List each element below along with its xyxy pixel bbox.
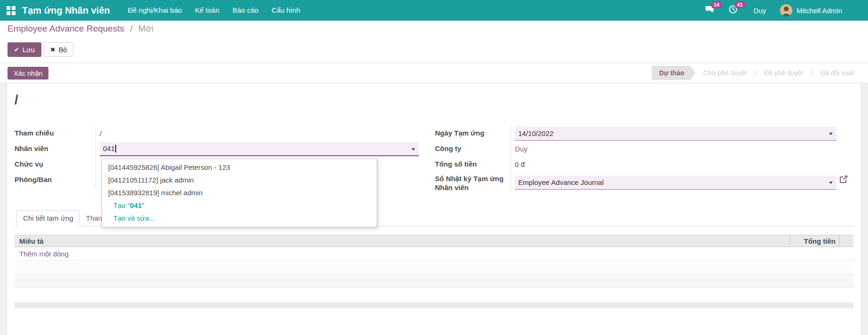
discard-button-label: Bỏ	[59, 46, 67, 54]
dropdown-create-option[interactable]: Tạo "041"	[102, 199, 377, 212]
dropdown-caret-icon[interactable]	[829, 133, 833, 135]
table-row	[15, 288, 853, 302]
dropdown-option[interactable]: [041445925826] Abigail Peterson - 123	[102, 161, 377, 174]
messages-button[interactable]: 14	[705, 5, 714, 16]
column-header-tong-tien[interactable]: Tổng tiền	[789, 235, 839, 247]
advance-lines-table: Miêu tả Tổng tiền Thêm một dòng	[15, 235, 853, 308]
field-group-right: Ngày Tạm ứng 14/10/2022 Công ty Duy Tổng…	[435, 126, 836, 193]
apps-menu-icon[interactable]	[7, 6, 16, 15]
field-row-cong-ty: Công ty Duy	[435, 141, 836, 157]
add-line-link[interactable]: Thêm một dòng	[15, 247, 853, 261]
field-value-nhan-vien: 041	[95, 141, 419, 157]
field-value-cong-ty: Duy	[511, 141, 836, 157]
journal-input[interactable]: Employee Advance Journal	[515, 175, 836, 190]
field-row-ngay-tam-ung: Ngày Tạm ứng 14/10/2022	[435, 126, 836, 141]
advance-date-input[interactable]: 14/10/2022	[515, 127, 836, 141]
menu-bao-cao[interactable]: Báo cáo	[226, 0, 265, 21]
form-sheet: / Tham chiếu / Nhân viên 041 Chức vụ	[7, 83, 861, 335]
field-row-tham-chieu: Tham chiếu /	[15, 126, 419, 141]
app-title[interactable]: Tạm ứng Nhân viên	[22, 5, 110, 16]
messages-count-badge: 14	[711, 1, 722, 8]
create-term: 041	[130, 201, 142, 209]
advance-date-value: 14/10/2022	[518, 129, 553, 137]
table-row	[15, 261, 853, 274]
user-avatar[interactable]	[780, 4, 792, 16]
dropdown-option[interactable]: [041210511172] jack admin	[102, 174, 377, 186]
save-button-label: Lưu	[23, 46, 35, 54]
field-value-tong-so-tien: 0 đ	[511, 157, 836, 172]
company-switcher[interactable]: Duy	[754, 7, 766, 15]
apps-grid-square	[7, 11, 10, 15]
field-label-so-nhat-ky: Sổ Nhật ký Tạm ứng Nhân viên	[435, 172, 511, 192]
breadcrumb-parent-link[interactable]: Employee Advance Requests	[8, 24, 124, 33]
field-label-cong-ty: Công ty	[435, 144, 511, 153]
external-link-icon	[839, 175, 848, 183]
x-icon: ✖	[50, 46, 55, 53]
dropdown-create-edit-option[interactable]: Tạo và sửa...	[102, 212, 377, 224]
dropdown-caret-icon[interactable]	[411, 148, 415, 151]
activities-count-badge: 41	[734, 1, 746, 8]
status-step-da-doi-soat[interactable]: Đã đối soát	[813, 66, 861, 80]
menu-ke-toan[interactable]: Kế toán	[189, 0, 226, 21]
field-row-so-nhat-ky: Sổ Nhật ký Tạm ứng Nhân viên Employee Ad…	[435, 172, 836, 193]
navbar-right: 14 41 Duy Mitchell Admin	[705, 4, 842, 16]
apps-grid-square	[12, 11, 16, 15]
field-label-tong-so-tien: Tổng số tiền	[435, 160, 511, 169]
navbar: Tạm ứng Nhân viên Đề nghị/Khai báo Kế to…	[0, 0, 868, 21]
journal-value: Employee Advance Journal	[518, 178, 604, 186]
create-prefix: Tạo "	[113, 201, 130, 209]
discard-button[interactable]: ✖ Bỏ	[44, 42, 74, 57]
field-label-chuc-vu: Chức vụ	[15, 160, 95, 169]
field-value-ngay-tam-ung: 14/10/2022	[511, 126, 836, 141]
table-header-row: Miêu tả Tổng tiền	[15, 235, 853, 247]
control-panel-buttons: ✔ Lưu ✖ Bỏ	[8, 42, 73, 57]
breadcrumb: Employee Advance Requests / Mới	[8, 24, 154, 34]
column-header-extra	[839, 235, 853, 247]
field-label-nhan-vien: Nhân viên	[15, 144, 95, 153]
status-step-cho-phe-duyet[interactable]: Chờ phê duyệt	[695, 66, 754, 80]
text-cursor	[115, 145, 116, 152]
breadcrumb-current: Mới	[138, 24, 154, 33]
status-step-du-thao[interactable]: Dự thảo	[652, 66, 696, 80]
nav-menus: Đề nghị/Khai báo Kế toán Báo cáo Cấu hìn…	[121, 0, 307, 21]
table-footer-bar	[15, 303, 853, 308]
employee-input[interactable]: 041	[100, 142, 419, 156]
company-link[interactable]: Duy	[515, 145, 528, 153]
record-title: /	[15, 93, 18, 107]
menu-de-nghi-khai-bao[interactable]: Đề nghị/Khai báo	[121, 0, 189, 21]
field-row-nhan-vien: Nhân viên 041	[15, 141, 419, 157]
employee-input-value: 041	[103, 144, 115, 152]
status-step-da-phe-duyet[interactable]: Đã phê duyệt	[757, 66, 811, 80]
field-label-phong-ban: Phòng/Ban	[15, 175, 95, 184]
statusbar: Xác nhận Dự thảo Chờ phê duyệt Đã phê du…	[0, 63, 868, 83]
apps-grid-square	[12, 6, 16, 10]
avatar-image	[780, 4, 792, 16]
content-area: / Tham chiếu / Nhân viên 041 Chức vụ	[0, 83, 868, 335]
save-button[interactable]: ✔ Lưu	[8, 42, 41, 57]
apps-grid-square	[7, 6, 10, 10]
external-link-button[interactable]	[839, 175, 848, 185]
field-label-tham-chieu: Tham chiếu	[15, 129, 95, 138]
field-value-so-nhat-ky: Employee Advance Journal	[511, 172, 836, 193]
activities-button[interactable]: 41	[728, 5, 738, 16]
confirm-button[interactable]: Xác nhận	[8, 67, 48, 80]
menu-cau-hinh[interactable]: Cấu hình	[265, 0, 307, 21]
create-suffix: "	[142, 201, 144, 209]
check-icon: ✔	[14, 46, 19, 53]
status-steps: Dự thảo Chờ phê duyệt Đã phê duyệt Đã đố…	[652, 66, 861, 80]
dropdown-option[interactable]: [041538932819] michel admin	[102, 186, 377, 199]
breadcrumb-separator: /	[130, 24, 133, 33]
field-label-ngay-tam-ung: Ngày Tạm ứng	[435, 129, 511, 138]
user-menu[interactable]: Mitchell Admin	[797, 7, 842, 15]
field-row-tong-so-tien: Tổng số tiền 0 đ	[435, 157, 836, 172]
dropdown-caret-icon[interactable]	[829, 182, 833, 184]
column-header-mieu-ta[interactable]: Miêu tả	[15, 235, 789, 247]
table-row	[15, 274, 853, 288]
tab-chi-tiet-tam-ung[interactable]: Chi tiết tạm ứng	[16, 210, 80, 226]
field-value-tham-chieu: /	[95, 126, 419, 141]
employee-autocomplete-dropdown: [041445925826] Abigail Peterson - 123 [0…	[102, 159, 377, 227]
